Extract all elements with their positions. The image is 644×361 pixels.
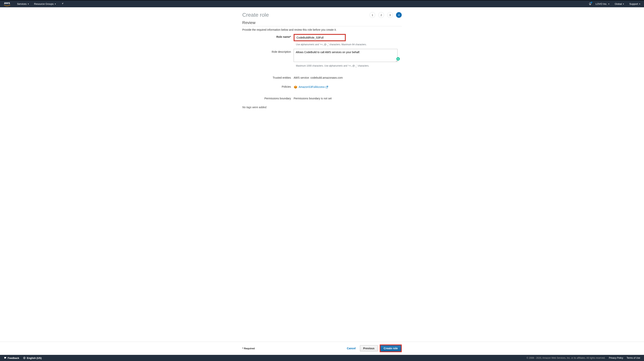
page-title: Create role [242,12,269,18]
account-menu[interactable]: LOVO Inc. ▾ [596,3,609,5]
terms-of-use-link[interactable]: Terms of Use [626,356,640,359]
external-link-icon [326,86,328,88]
role-name-label: Role name* [242,34,294,38]
aws-logo-text: aws [4,1,10,5]
notifications-button[interactable] [588,2,592,6]
region-label: Global [615,3,622,5]
policy-link[interactable]: AmazonS3FullAccess [298,85,328,88]
footer: Feedback English (US) © 2008 - 2020, Ama… [0,355,644,361]
support-menu[interactable]: Support ▾ [629,3,640,5]
role-description-textarea[interactable] [294,49,398,62]
action-bar: * Required Cancel Previous Create role [0,342,644,355]
copyright-text: © 2008 - 2020, Amazon Web Services, Inc.… [526,356,605,359]
cancel-button[interactable]: Cancel [344,345,358,351]
resource-groups-label: Resource Groups [34,3,54,5]
services-label: Services [17,3,27,5]
support-label: Support [629,3,638,5]
tags-note: No tags were added. [242,106,402,109]
services-menu[interactable]: Services ▾ [17,3,29,5]
globe-icon [23,356,26,359]
section-description: Provide the required information below a… [242,28,402,31]
language-selector[interactable]: English (US) [23,356,42,359]
create-role-button[interactable]: Create role [380,345,401,351]
step-1[interactable]: 1 [370,12,375,18]
aws-smile-icon [4,5,10,6]
speech-bubble-icon [4,356,6,359]
notification-dot-icon [591,2,592,3]
caret-down-icon: ▾ [623,3,624,5]
permissions-boundary-value: Permissions boundary is not set [294,96,402,100]
caret-down-icon: ▾ [55,3,56,5]
required-note: * Required [242,347,255,350]
policies-label: Policies [242,84,294,88]
region-menu[interactable]: Global ▾ [615,3,624,5]
aws-logo[interactable]: aws [4,1,10,6]
step-2[interactable]: 2 [378,12,384,18]
main-content: Create role 1 2 3 4 Review Provide the r… [242,12,402,342]
trusted-entities-label: Trusted entities [242,75,294,79]
section-title: Review [242,20,402,26]
privacy-policy-link[interactable]: Privacy Policy [609,356,623,359]
caret-down-icon: ▾ [28,3,29,5]
language-label: English (US) [27,356,42,359]
caret-down-icon: ▾ [608,3,609,5]
step-3[interactable]: 3 [387,12,393,18]
step-4[interactable]: 4 [396,12,402,18]
grammarly-icon[interactable]: G [396,57,400,61]
wizard-steps: 1 2 3 4 [370,12,402,18]
create-role-highlight: Create role [380,344,402,352]
policy-box-icon [294,85,297,89]
top-navbar: aws Services ▾ Resource Groups ▾ LOVO In… [0,0,644,7]
pin-icon[interactable] [61,2,64,6]
previous-button[interactable]: Previous [360,345,378,351]
trusted-entities-value: AWS service: codebuild.amazonaws.com [294,75,402,79]
resource-groups-menu[interactable]: Resource Groups ▾ [34,3,56,5]
role-description-help: Maximum 1000 characters. Use alphanumeri… [296,65,369,67]
role-name-input[interactable] [294,35,345,41]
feedback-label: Feedback [8,356,19,359]
policy-link-text: AmazonS3FullAccess [298,85,325,88]
permissions-boundary-label: Permissions boundary [242,96,294,100]
caret-down-icon: ▾ [639,3,640,5]
role-name-help: Use alphanumeric and '+=,.@-_' character… [296,43,367,46]
role-name-highlight [294,34,346,41]
feedback-button[interactable]: Feedback [4,356,19,359]
account-label: LOVO Inc. [596,3,607,5]
role-description-label: Role description [242,49,294,53]
